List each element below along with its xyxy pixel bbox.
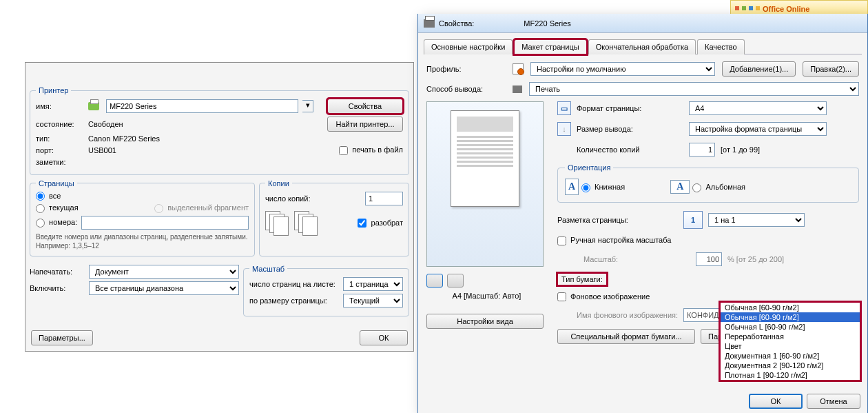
paper-option[interactable]: Цвет bbox=[721, 341, 860, 351]
profile-select[interactable]: Настройки по умолчанию bbox=[530, 62, 715, 76]
printer-icon bbox=[424, 19, 435, 28]
paper-option[interactable]: Обычная L [60-90 г/м2] bbox=[721, 322, 860, 332]
name-label: имя: bbox=[36, 102, 84, 110]
fit-select[interactable]: Текущий bbox=[343, 294, 403, 308]
pages-numbers-radio[interactable]: номера: bbox=[36, 218, 77, 228]
props-titlebar: Свойства: MF220 Series bbox=[418, 14, 867, 33]
props-ok-button[interactable]: ОК bbox=[749, 394, 803, 409]
add-profile-button[interactable]: Добавление(1)... bbox=[722, 61, 796, 77]
props-cancel-button[interactable]: Отмена bbox=[807, 394, 860, 409]
collate-checkbox[interactable]: разобрат bbox=[358, 219, 403, 228]
pages-group: Страницы все текущая выделенный фрагмент… bbox=[30, 179, 255, 256]
profile-label: Профиль: bbox=[426, 65, 506, 73]
arrow-down-icon: ↓ bbox=[557, 122, 571, 136]
scale-group: Масштаб число страниц на листе: 1 страни… bbox=[243, 265, 409, 316]
pages-hint: Введите номера или диапазоны страниц, ра… bbox=[36, 232, 249, 250]
pages-current-radio[interactable]: текущая bbox=[36, 203, 79, 213]
layout-label: Разметка страницы: bbox=[557, 216, 678, 224]
manual-scale-checkbox[interactable]: Ручная настройка масштаба bbox=[557, 236, 671, 245]
output-label: Способ вывода: bbox=[426, 85, 506, 93]
pages-per-select[interactable]: 1 страница bbox=[343, 277, 403, 291]
ok-button[interactable]: ОК bbox=[360, 330, 408, 345]
properties-button[interactable]: Свойства bbox=[327, 99, 403, 114]
landscape-radio[interactable]: A Альбомная bbox=[670, 183, 745, 191]
paper-type-label: Тип бумаги: bbox=[561, 275, 603, 283]
copies-spinner[interactable] bbox=[689, 143, 715, 157]
scale-spinner bbox=[696, 252, 722, 266]
paper-option-selected[interactable]: Обычная [60-90 г/м2] bbox=[721, 312, 860, 322]
bg-name-label: Имя фонового изображения: bbox=[577, 311, 678, 319]
printer-icon bbox=[88, 102, 99, 110]
paper-option[interactable]: Плотная 1 [90-120 г/м2] bbox=[721, 370, 860, 380]
state-label: состояние: bbox=[36, 120, 84, 128]
paper-type-label-hl: Тип бумаги: bbox=[557, 273, 607, 285]
paper-option[interactable]: Документная 1 [60-90 г/м2] bbox=[721, 351, 860, 361]
copies-legend: Копии bbox=[265, 179, 292, 188]
pages-legend: Страницы bbox=[36, 179, 77, 188]
printer-small-icon bbox=[513, 85, 522, 93]
print-what-select[interactable]: Документ bbox=[89, 265, 239, 279]
print-what-label: Напечатать: bbox=[30, 268, 85, 276]
page-preview bbox=[426, 101, 544, 267]
output-select[interactable]: Печать bbox=[529, 82, 859, 96]
parameters-button[interactable]: Параметры... bbox=[31, 330, 93, 345]
fit-label: по размеру страницы: bbox=[249, 296, 339, 305]
port-label: порт: bbox=[36, 146, 84, 154]
pages-per-label: число страниц на листе: bbox=[249, 280, 339, 288]
copies-label: Количество копий bbox=[577, 145, 683, 154]
print-to-file-checkbox[interactable]: печать в файл bbox=[339, 145, 403, 155]
notes-label: заметки: bbox=[36, 158, 84, 166]
bg-image-checkbox[interactable]: Фоновое изображение bbox=[557, 292, 650, 302]
print-dialog: Принтер имя: ▾ Свойства состояние:Свобод… bbox=[25, 62, 414, 352]
pages-numbers-input[interactable] bbox=[81, 216, 249, 230]
properties-dialog: Свойства: MF220 Series Основные настройк… bbox=[417, 14, 868, 413]
office-label: Office Online bbox=[763, 5, 809, 13]
orientation-legend: Ориентация bbox=[565, 163, 613, 172]
type-label: тип: bbox=[36, 134, 84, 143]
copies-group: Копии число копий: разобрат bbox=[259, 179, 409, 256]
state-value: Свободен bbox=[88, 120, 123, 128]
page-format-label: Формат страницы: bbox=[577, 104, 683, 112]
copies-label: число копий: bbox=[265, 194, 310, 203]
tab-quality[interactable]: Качество bbox=[697, 39, 745, 54]
copies-input[interactable] bbox=[365, 192, 403, 205]
pages-all-radio[interactable]: все bbox=[36, 192, 61, 201]
printer-group: Принтер имя: ▾ Свойства состояние:Свобод… bbox=[30, 86, 409, 175]
layout-icon: 1 bbox=[683, 211, 703, 229]
scale-legend: Масштаб bbox=[249, 265, 287, 273]
tab-basic[interactable]: Основные настройки bbox=[424, 39, 513, 54]
tab-page-layout[interactable]: Макет страницы bbox=[514, 39, 586, 54]
pages-selection-radio: выделенный фрагмент bbox=[154, 203, 249, 213]
copies-hint: [от 1 до 99] bbox=[721, 145, 760, 154]
layout-select[interactable]: 1 на 1 bbox=[708, 213, 805, 227]
tab-finishing[interactable]: Окончательная обработка bbox=[588, 39, 696, 54]
edit-profile-button[interactable]: Правка(2)... bbox=[803, 61, 859, 77]
props-title-prefix: Свойства: bbox=[439, 19, 474, 28]
output-size-label: Размер вывода: bbox=[577, 125, 683, 133]
include-label: Включить: bbox=[30, 284, 85, 292]
printer-name-combo[interactable] bbox=[106, 99, 298, 113]
preview-caption: А4 [Масштаб: Авто] bbox=[426, 292, 547, 300]
paper-option[interactable]: Обычная [60-90 г/м2] bbox=[721, 303, 860, 312]
custom-paper-button[interactable]: Специальный формат бумаги... bbox=[557, 329, 695, 344]
printer-legend: Принтер bbox=[36, 86, 71, 94]
output-size-select[interactable]: Настройка формата страницы bbox=[689, 122, 827, 136]
paper-option[interactable]: Документная 2 [90-120 г/м2] bbox=[721, 361, 860, 370]
find-printer-button[interactable]: Найти принтер... bbox=[327, 117, 403, 132]
include-select[interactable]: Все страницы диапазона bbox=[89, 281, 239, 295]
view-settings-button[interactable]: Настройки вида bbox=[426, 314, 544, 329]
paper-type-dropdown[interactable]: Обычная [60-90 г/м2] Обычная [60-90 г/м2… bbox=[720, 302, 860, 381]
port-value: USB001 bbox=[88, 146, 116, 154]
preview-mode-icons[interactable] bbox=[426, 274, 547, 288]
type-value: Canon MF220 Series bbox=[88, 134, 160, 143]
scale-label: Масштаб: bbox=[583, 255, 690, 263]
paper-option[interactable]: Переработанная bbox=[721, 332, 860, 341]
scale-hint: % [от 25 до 200] bbox=[727, 255, 784, 263]
page-format-select[interactable]: A4 bbox=[689, 101, 827, 115]
portrait-radio[interactable]: A Книжная bbox=[565, 183, 625, 191]
props-title-suffix: MF220 Series bbox=[524, 19, 570, 28]
tabs: Основные настройки Макет страницы Оконча… bbox=[424, 39, 862, 54]
profile-icon bbox=[513, 63, 524, 74]
orientation-group: Ориентация A Книжная A Альбомная bbox=[557, 163, 859, 203]
page-format-icon: ▭ bbox=[557, 101, 571, 115]
